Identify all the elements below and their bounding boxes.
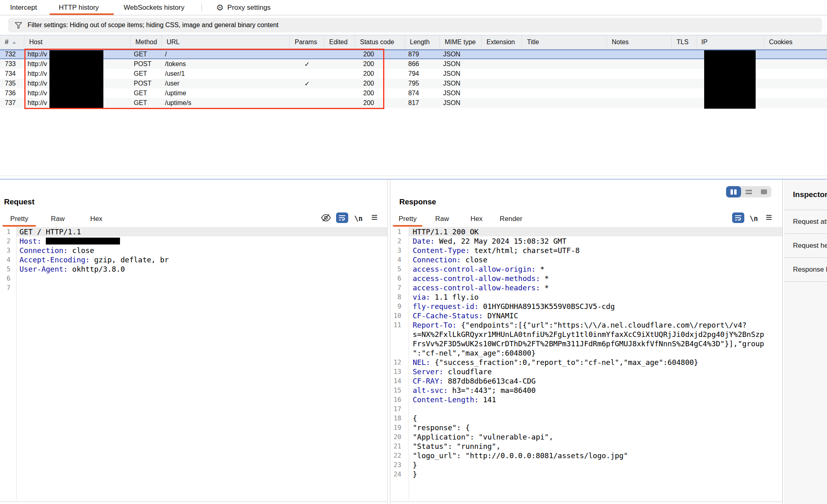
table-cell: 200 [355, 88, 405, 98]
single-pane-icon [761, 189, 767, 194]
table-cell: JSON [440, 59, 482, 69]
table-row[interactable]: 733http://vPOST/tokens✓200866JSON [0, 59, 827, 69]
editor-tab-render[interactable]: Render [494, 212, 528, 226]
table-cell: ✓ [290, 79, 324, 88]
column-header-cookies[interactable]: Cookies [764, 35, 827, 49]
column-header-length[interactable]: Length [405, 35, 440, 49]
column-header-method[interactable]: Method [131, 35, 162, 49]
table-cell [672, 88, 696, 98]
word-wrap-button[interactable] [732, 212, 744, 223]
table-cell: GET [131, 98, 162, 108]
table-cell: /uptime [162, 88, 290, 98]
tab-proxy-settings[interactable]: ⚙ Proxy settings [216, 0, 271, 15]
column-header-mime-type[interactable]: MIME type [440, 35, 482, 49]
table-row[interactable]: 736http://vGET/uptime200874JSON [0, 88, 827, 98]
tab-intercept[interactable]: Intercept [10, 0, 37, 15]
table-cell: 200 [355, 69, 405, 79]
column-header-notes[interactable]: Notes [607, 35, 672, 49]
response-editor[interactable]: 1HTTP/1.1 200 OK2Date: Wed, 22 May 2024 … [390, 227, 782, 500]
table-cell [324, 49, 355, 59]
table-cell: /user [162, 79, 290, 88]
table-cell: 736 [0, 88, 24, 98]
line-number: 11 [390, 320, 409, 358]
column-header-host[interactable]: Host [24, 35, 131, 49]
table-cell [290, 49, 324, 59]
inspector-section-request-att[interactable]: Request att [784, 210, 827, 234]
table-cell: GET [131, 88, 162, 98]
redaction-box-host [49, 50, 103, 109]
code-line: 19"response": { [390, 423, 782, 432]
inspector-title: Inspector [784, 180, 827, 210]
table-cell: /tokens [162, 59, 290, 69]
code-line: 4Connection: close [390, 255, 782, 264]
inspector-sections: Request attRequest heResponse h [784, 210, 827, 282]
column-header-number[interactable]: # [0, 35, 24, 49]
editor-menu-icon[interactable]: ≡ [766, 212, 772, 223]
table-cell: 734 [0, 69, 24, 79]
line-number: 20 [390, 432, 409, 442]
editor-tab-raw[interactable]: Raw [39, 212, 77, 226]
layout-single-button[interactable] [756, 186, 771, 197]
column-header-params[interactable]: Params [290, 35, 324, 49]
line-number: 2 [0, 236, 16, 246]
hide-eye-icon[interactable] [321, 214, 331, 222]
line-number: 13 [390, 367, 409, 376]
editor-tab-hex[interactable]: Hex [459, 212, 494, 226]
column-header-edited[interactable]: Edited [324, 35, 355, 49]
code-line: 22"logo_url": "http://0.0.0.0:8081/asset… [390, 451, 782, 460]
table-cell: GET [131, 49, 162, 59]
column-header-url[interactable]: URL [162, 35, 290, 49]
tab-http-history[interactable]: HTTP history [59, 0, 99, 15]
table-cell: 200 [355, 49, 405, 59]
code-line: 2Date: Wed, 22 May 2024 15:08:32 GMT [390, 236, 782, 246]
history-table-body: 732http://vGET/200879JSON733http://vPOST… [0, 49, 827, 108]
filter-settings-bar[interactable]: Filter settings: Hiding out of scope ite… [8, 18, 822, 32]
table-cell [324, 98, 355, 108]
show-newlines-toggle[interactable]: \n [354, 214, 362, 223]
inspector-section-response-h[interactable]: Response h [784, 258, 827, 282]
table-row[interactable]: 737http://vGET/uptime/s200817JSON [0, 98, 827, 108]
inspector-panel: Inspector Request attRequest heResponse … [784, 180, 827, 504]
table-cell [607, 98, 672, 108]
horizontal-splitter[interactable] [0, 176, 827, 180]
table-row[interactable]: 735http://vPOST/user✓200795JSON [0, 79, 827, 88]
column-header-tls[interactable]: TLS [672, 35, 696, 49]
table-cell: JSON [440, 98, 482, 108]
word-wrap-button[interactable] [336, 212, 348, 223]
gear-icon: ⚙ [216, 3, 224, 12]
filter-funnel-icon [15, 22, 22, 29]
request-title: Request [4, 197, 34, 206]
request-response-splitter[interactable] [387, 180, 390, 504]
proxy-subtab-bar: Intercept HTTP history WebSockets histor… [0, 0, 827, 15]
tab-bar-divider [201, 4, 202, 11]
column-header-extension[interactable]: Extension [482, 35, 522, 49]
editor-tab-hex[interactable]: Hex [77, 212, 116, 226]
column-header-status-code[interactable]: Status code [355, 35, 405, 49]
layout-stacked-button[interactable] [741, 186, 756, 197]
table-row[interactable]: 732http://vGET/200879JSON [0, 49, 827, 59]
column-header-title[interactable]: Title [522, 35, 607, 49]
table-row[interactable]: 734http://vGET/user/1200794JSON [0, 69, 827, 79]
request-editor-tabs: PrettyRawHex [0, 212, 116, 226]
table-cell [672, 69, 696, 79]
line-number: 19 [390, 423, 409, 432]
editor-tab-pretty[interactable]: Pretty [0, 212, 39, 226]
table-cell [482, 88, 522, 98]
show-newlines-toggle[interactable]: \n [750, 214, 758, 223]
code-line: 8via: 1.1 fly.io [390, 292, 782, 302]
editor-menu-icon[interactable]: ≡ [371, 212, 378, 223]
table-cell [672, 79, 696, 88]
tab-websockets-history[interactable]: WebSockets history [124, 0, 184, 15]
code-line: 14CF-RAY: 887db8db6e613ca4-CDG [390, 376, 782, 386]
line-number: 9 [390, 302, 409, 311]
request-editor[interactable]: 1GET / HTTP/1.12Host: 3Connection: close… [0, 227, 387, 500]
inspector-section-request-he[interactable]: Request he [784, 234, 827, 258]
editor-tab-raw[interactable]: Raw [425, 212, 459, 226]
editor-tab-pretty[interactable]: Pretty [390, 212, 425, 226]
table-cell [522, 88, 607, 98]
column-header-ip[interactable]: IP [696, 35, 764, 49]
table-cell: GET [131, 69, 162, 79]
code-line: 4Accept-Encoding: gzip, deflate, br [0, 255, 387, 264]
line-number: 5 [390, 264, 409, 274]
layout-side-by-side-button[interactable] [726, 186, 741, 197]
